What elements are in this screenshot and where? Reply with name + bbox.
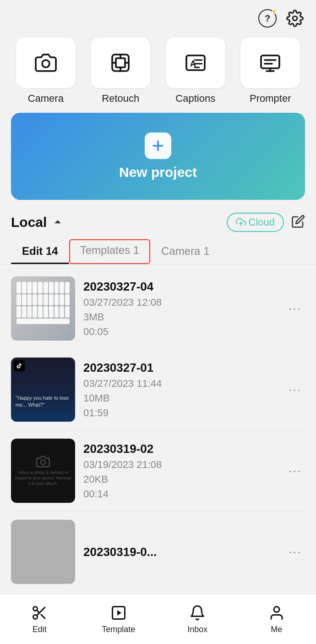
tiktok-badge: [14, 360, 25, 371]
project-size: 20KB: [83, 473, 277, 485]
prompter-label: Prompter: [250, 93, 291, 105]
tab-camera-label: Camera 1: [161, 245, 209, 257]
prompter-icon: [259, 52, 281, 74]
project-name: 20230327-01: [83, 361, 277, 375]
nav-edit-label: Edit: [33, 625, 47, 634]
tool-captions[interactable]: A Captions: [161, 38, 230, 105]
tab-edit[interactable]: Edit 14: [11, 240, 69, 264]
project-item[interactable]: 20230327-04 03/27/2023 12:08 3MB 00:05 ·…: [11, 268, 305, 349]
project-info: 20230319-02 03/19/2023 21:08 20KB 00:14: [83, 442, 277, 500]
more-options-button[interactable]: ···: [285, 541, 305, 563]
svg-point-1: [42, 60, 49, 67]
project-name: 20230319-02: [83, 442, 277, 456]
dots-icon: ···: [289, 383, 301, 397]
thumb-dark-scene: "Happy you hate to lose me... What?": [11, 358, 75, 422]
tab-edit-label: Edit 14: [22, 245, 58, 257]
section-right: Cloud: [227, 213, 305, 232]
svg-point-28: [274, 607, 279, 612]
tab-camera[interactable]: Camera 1: [150, 240, 220, 264]
nav-template-label: Template: [102, 625, 135, 634]
thumb-black: Video or photo is deleted or moved to yo…: [11, 439, 75, 503]
project-name: 20230319-0...: [83, 545, 277, 559]
camera-icon: [35, 52, 57, 74]
person-icon: [267, 604, 286, 622]
camera-icon-box: [16, 38, 76, 88]
captions-label: Captions: [175, 93, 215, 105]
more-options-button[interactable]: ···: [285, 379, 305, 401]
project-info: 20230327-04 03/27/2023 12:08 3MB 00:05: [83, 280, 277, 338]
project-date: 03/27/2023 12:08: [83, 297, 277, 308]
chevron-up-icon: [51, 216, 64, 229]
camera-label: Camera: [28, 93, 64, 105]
nav-edit[interactable]: Edit: [0, 604, 79, 634]
svg-point-20: [41, 460, 45, 465]
cloud-button[interactable]: Cloud: [227, 213, 284, 232]
keyboard-grid: [11, 276, 75, 341]
retouch-icon: [109, 52, 131, 74]
top-bar: ?: [0, 0, 316, 33]
nav-inbox[interactable]: Inbox: [158, 604, 237, 634]
project-date: 03/19/2023 21:08: [83, 459, 277, 471]
captions-icon-box: A: [166, 38, 225, 88]
pencil-icon: [291, 215, 305, 228]
dots-icon: ···: [289, 302, 301, 316]
new-project-banner[interactable]: New project: [11, 113, 305, 200]
bottom-nav: Edit Template Inbox Me: [0, 594, 316, 644]
tab-templates-label: Templates 1: [80, 244, 139, 256]
tool-prompter[interactable]: Prompter: [236, 38, 305, 105]
nav-template[interactable]: Template: [79, 604, 158, 634]
tabs: Edit 14 Templates 1 Camera 1: [0, 240, 316, 264]
svg-rect-13: [261, 55, 279, 68]
dots-icon: ···: [289, 464, 301, 478]
plus-icon: [150, 138, 166, 154]
project-info: 20230319-0...: [83, 545, 277, 559]
project-size: 10MB: [83, 392, 277, 404]
scene-text: "Happy you hate to lose me... What?": [16, 395, 71, 408]
settings-button[interactable]: [285, 8, 305, 28]
bell-icon: [188, 604, 207, 622]
project-thumb: [11, 276, 75, 341]
project-name: 20230327-04: [83, 280, 277, 294]
nav-me-label: Me: [271, 625, 282, 634]
svg-line-25: [37, 610, 39, 613]
retouch-icon-box: [91, 38, 150, 88]
project-info: 20230327-01 03/27/2023 11:44 10MB 01:59: [83, 361, 277, 419]
dots-icon: ···: [289, 545, 301, 559]
project-size: 3MB: [83, 311, 277, 323]
project-item[interactable]: "Happy you hate to lose me... What?" 202…: [11, 349, 305, 430]
edit-button[interactable]: [291, 215, 305, 230]
tool-camera[interactable]: Camera: [11, 38, 81, 105]
help-button[interactable]: ?: [257, 8, 278, 28]
cloud-icon: [236, 217, 246, 227]
quick-tools: Camera Retouch A Captions: [0, 33, 316, 113]
project-thumb: [11, 520, 75, 584]
project-duration: 01:59: [83, 407, 277, 419]
project-item[interactable]: Video or photo is deleted or moved to yo…: [11, 430, 305, 512]
tab-templates[interactable]: Templates 1: [69, 239, 150, 264]
svg-point-0: [293, 16, 297, 21]
svg-marker-27: [117, 610, 121, 616]
project-duration: 00:05: [83, 326, 277, 338]
project-thumb: Video or photo is deleted or moved to yo…: [11, 439, 75, 503]
tool-retouch[interactable]: Retouch: [86, 38, 156, 105]
notification-dot: [272, 9, 277, 14]
section-title: Local: [11, 215, 47, 230]
gear-icon: [286, 10, 304, 27]
cloud-label: Cloud: [249, 216, 275, 228]
more-options-button[interactable]: ···: [285, 298, 305, 319]
retouch-label: Retouch: [102, 93, 139, 105]
thumb-keyboard: [11, 276, 75, 341]
help-circle-icon: ?: [258, 9, 277, 28]
prompter-icon-box: [240, 38, 300, 88]
more-options-button[interactable]: ···: [285, 460, 305, 482]
project-duration: 00:14: [83, 488, 277, 500]
project-thumb: "Happy you hate to lose me... What?": [11, 358, 75, 422]
svg-line-24: [41, 615, 45, 618]
captions-icon: A: [185, 52, 207, 74]
new-project-label: New project: [119, 165, 197, 180]
svg-rect-3: [116, 58, 125, 67]
camera-small-icon: [36, 455, 50, 468]
sort-toggle-button[interactable]: [51, 216, 64, 229]
nav-me[interactable]: Me: [237, 604, 316, 634]
plus-icon-box: [145, 132, 171, 159]
